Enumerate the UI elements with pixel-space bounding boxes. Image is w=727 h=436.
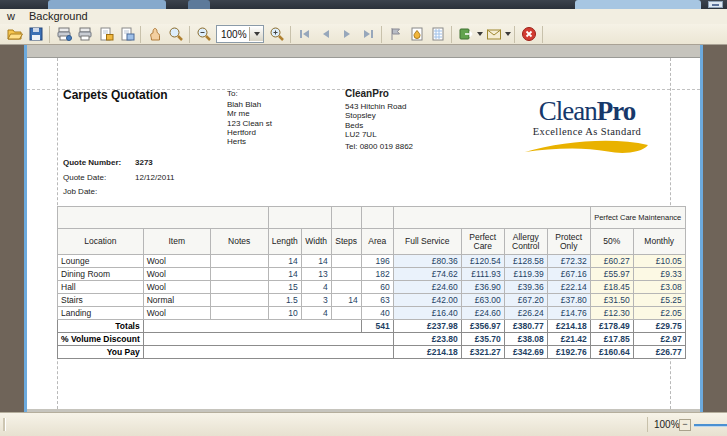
table-cell: 14: [331, 294, 361, 307]
table-cell: [331, 268, 361, 281]
last-page-button[interactable]: [357, 25, 378, 44]
zoom-out-icon: [196, 26, 212, 42]
table-row: Landing Wool 10 4 40 £16.40 £24.60 £26.2…: [58, 307, 686, 320]
watermark-button[interactable]: [406, 25, 427, 44]
next-page-button[interactable]: [336, 25, 357, 44]
page-background: Carpets Quotation To: Blah Blah Mr me 12…: [27, 45, 700, 412]
toolbar-separator: [451, 26, 452, 43]
table-cell: Normal: [143, 294, 210, 307]
hand-tool-button[interactable]: [144, 25, 165, 44]
table-cell: £120.54: [461, 255, 504, 268]
zoom-in-button[interactable]: [266, 25, 287, 44]
background-tab[interactable]: [188, 0, 210, 9]
table-cell: [393, 207, 590, 229]
logo-swoosh-icon: [521, 139, 653, 157]
table-cell: £18.45: [590, 281, 633, 294]
page-setup-button[interactable]: [116, 25, 137, 44]
table-cell: 182: [361, 268, 393, 281]
table-cell: £23.80: [393, 333, 461, 346]
save-icon: [28, 26, 44, 42]
table-cell: [331, 281, 361, 294]
email-icon: [486, 26, 502, 42]
table-cell: 10: [268, 307, 301, 320]
email-button[interactable]: [483, 25, 504, 44]
status-bar: 100% −: [0, 412, 727, 436]
background-tab[interactable]: [48, 0, 166, 9]
minimize-button[interactable]: [708, 1, 723, 8]
table-cell: [331, 307, 361, 320]
job-date-label: Job Date:: [63, 187, 135, 196]
zoom-slider[interactable]: [694, 424, 727, 426]
table-cell: [210, 281, 268, 294]
preview-area: Carpets Quotation To: Blah Blah Mr me 12…: [0, 45, 727, 412]
print-setup-button[interactable]: [53, 25, 74, 44]
previous-page-button[interactable]: [315, 25, 336, 44]
close-preview-button[interactable]: [518, 25, 539, 44]
table-cell: £160.64: [590, 346, 633, 359]
zoom-combo-dropdown[interactable]: [249, 27, 263, 41]
table-cell: £24.60: [461, 307, 504, 320]
watermark-icon: [409, 26, 425, 42]
zoom-in-icon: [269, 26, 285, 42]
menu-item-partial[interactable]: w: [0, 9, 22, 24]
printer-icon: [77, 26, 93, 42]
table-cell: £38.08: [504, 333, 547, 346]
company-tel: Tel: 0800 019 8862: [345, 142, 413, 151]
page-color-button[interactable]: [95, 25, 116, 44]
last-page-icon: [360, 26, 376, 42]
toolbar-separator: [140, 26, 141, 43]
first-page-icon: [297, 26, 313, 42]
outline-button[interactable]: [385, 25, 406, 44]
zoom-slider-minus-button[interactable]: −: [679, 419, 691, 431]
toolbar-separator: [514, 26, 515, 43]
column-header: Item: [143, 229, 210, 255]
company-line: Beds: [345, 121, 413, 130]
table-cell: Lounge: [58, 255, 144, 268]
company-line: LU2 7UL: [345, 130, 413, 139]
table-cell: £22.14: [547, 281, 590, 294]
table-row: Stairs Normal 1.5 3 14 63 £42.00 £63.00 …: [58, 294, 686, 307]
zoom-tool-button[interactable]: [165, 25, 186, 44]
company-line: Stopsley: [345, 111, 413, 120]
email-dropdown-arrow[interactable]: [505, 32, 511, 36]
zoom-out-button[interactable]: [193, 25, 214, 44]
toolbar-separator: [381, 26, 382, 43]
export-button[interactable]: [455, 25, 476, 44]
print-button[interactable]: [74, 25, 95, 44]
table-cell: 14: [268, 255, 301, 268]
table-cell: [143, 333, 393, 346]
hand-icon: [147, 26, 163, 42]
zoom-combo-value: 100%: [217, 29, 249, 40]
recipient-line: 123 Clean st: [227, 119, 272, 128]
quote-number-value: 3273: [135, 158, 153, 167]
table-cell: [210, 268, 268, 281]
edit-page-button[interactable]: [427, 25, 448, 44]
table-cell: [210, 255, 268, 268]
table-cell: [143, 346, 393, 359]
save-button[interactable]: [25, 25, 46, 44]
zoom-combo[interactable]: 100%: [216, 25, 264, 43]
table-cell: [268, 207, 331, 229]
table-cell: Wool: [143, 307, 210, 320]
company-logo: CleanPro Excellence As Standard: [515, 98, 659, 159]
open-button[interactable]: [4, 25, 25, 44]
report-page[interactable]: Carpets Quotation To: Blah Blah Mr me 12…: [27, 57, 700, 409]
company-address: 543 Hitchin Road Stopsley Beds LU2 7UL T…: [345, 102, 413, 151]
table-cell: Landing: [58, 307, 144, 320]
table-cell: £9.33: [633, 268, 685, 281]
table-cell: £60.27: [590, 255, 633, 268]
menu-item-background[interactable]: Background: [22, 9, 95, 24]
table-cell: £55.97: [590, 268, 633, 281]
totals-label: Totals: [58, 320, 144, 333]
toolbar-separator: [189, 26, 190, 43]
recipient-line: Blah Blah: [227, 100, 272, 109]
first-page-button[interactable]: [294, 25, 315, 44]
quote-date-value: 12/12/2011: [135, 173, 174, 182]
toolbar-separator: [542, 26, 543, 43]
table-group-header-row: Perfect Care Maintenance: [58, 207, 686, 229]
table-row: Lounge Wool 14 14 196 £80.36 £120.54 £12…: [58, 255, 686, 268]
table-cell: £3.08: [633, 281, 685, 294]
table-cell: £128.58: [504, 255, 547, 268]
table-cell: £29.75: [633, 320, 685, 333]
table-cell: £36.90: [461, 281, 504, 294]
